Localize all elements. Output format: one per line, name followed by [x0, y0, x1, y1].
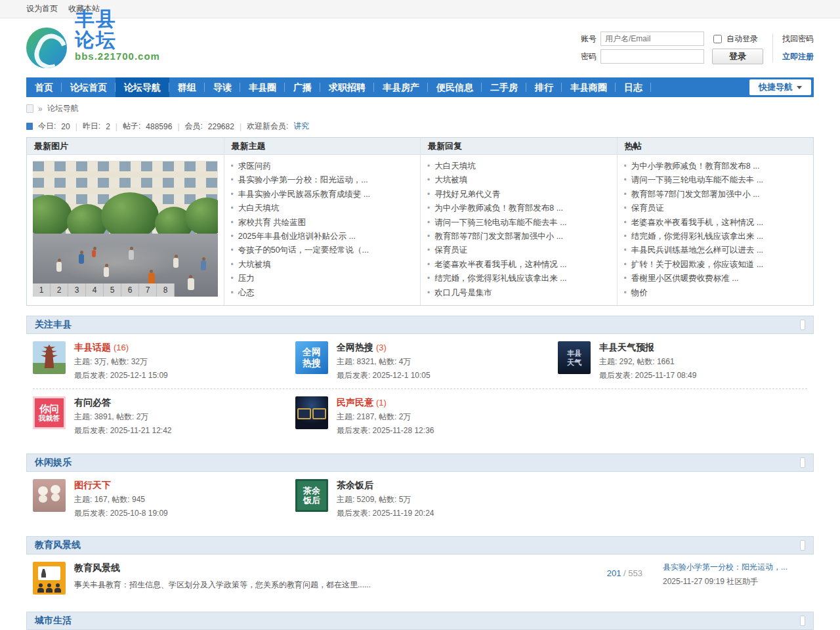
account-input[interactable] [600, 32, 704, 46]
breadcrumb-current[interactable]: 论坛导航 [47, 103, 79, 114]
nav-item-blogs[interactable]: 日志 [616, 77, 651, 97]
auto-login-checkbox[interactable] [713, 35, 722, 43]
nav-item-jobs[interactable]: 求职招聘 [320, 77, 374, 97]
image-pagination: 1 2 3 4 5 6 7 8 [33, 284, 175, 297]
forum-last-post: 最后发表: 2025-12-1 10:05 [337, 369, 430, 381]
latest-image-thumbnail[interactable]: 1 2 3 4 5 6 7 8 [33, 161, 218, 297]
topic-link[interactable]: 心态 [231, 286, 414, 300]
reply-link[interactable]: 大白天填坑 [427, 159, 610, 173]
hot-post-link[interactable]: 结完婚，你觉得彩礼钱应该拿出来 ... [624, 230, 807, 243]
nav-item-real-estate[interactable]: 丰县房产 [374, 77, 428, 97]
hot-post-link[interactable]: 老婆喜欢半夜看我手机，这种情况 ... [624, 216, 807, 230]
section-city-life: 城市生活 交通违章曝光台 主题: 88, 帖数: 1096 最后发表: 2025… [26, 612, 814, 630]
page-button-1[interactable]: 1 [33, 284, 51, 297]
icon-text: 全网 [303, 346, 321, 358]
topic-link[interactable]: 夸孩子的50句话，一定要经常说（... [231, 243, 414, 257]
nav-item-forum-nav[interactable]: 论坛导航 [116, 77, 169, 97]
page-button-2[interactable]: 2 [51, 284, 68, 297]
page-button-7[interactable]: 7 [139, 284, 157, 297]
nav-item-ranking[interactable]: 排行 [526, 77, 562, 97]
topic-link[interactable]: 求医问药 [231, 159, 414, 173]
reply-link[interactable]: 老婆喜欢半夜看我手机，这种情况 ... [427, 258, 610, 272]
reply-link[interactable]: 教育部等7部门发文部署加强中小 ... [427, 230, 610, 243]
hot-post-link[interactable]: 丰县民兵训练基地怎么样可以进去 ... [624, 243, 807, 257]
forum-title[interactable]: 全网热搜 [337, 342, 373, 352]
forum-title[interactable]: 有问必答 [74, 397, 111, 408]
topic-link[interactable]: 大坑被填 [231, 258, 414, 272]
forum-fengxian-topics[interactable]: 丰县话题(16) 主题: 3万, 帖数: 32万 最后发表: 2025-12-1… [26, 334, 289, 388]
nav-item-second-hand[interactable]: 二手房 [482, 77, 526, 97]
site-logo[interactable]: 丰县论坛 bbs.221700.com [26, 9, 123, 87]
hot-post-link[interactable]: 物价 [624, 286, 807, 300]
hot-post-link[interactable]: 为中小学教师减负！教育部发布8 ... [624, 159, 807, 173]
page-button-6[interactable]: 6 [121, 284, 139, 297]
post-count-value: 553 [628, 568, 642, 578]
nav-item-broadcast[interactable]: 广播 [285, 77, 320, 97]
topic-link[interactable]: 压力 [231, 272, 414, 285]
page-button-4[interactable]: 4 [86, 284, 104, 297]
topic-link[interactable]: 家校共育 共绘蓝图 [231, 216, 414, 230]
forum-title[interactable]: 茶余饭后 [337, 480, 373, 490]
last-post-link[interactable]: 县实验小学第一分校：阳光运动，... [663, 562, 807, 572]
forum-title[interactable]: 丰县天气预报 [599, 342, 654, 352]
collapse-toggle-icon[interactable] [800, 616, 805, 626]
reply-link[interactable]: 欢口几号是集市 [427, 286, 610, 300]
topic-link[interactable]: 县实验小学第一分校：阳光运动，... [231, 173, 414, 187]
hot-post-link[interactable]: 扩转！关于校园欺凌，你应该知道 ... [624, 258, 807, 272]
forum-title[interactable]: 民声民意 [337, 397, 373, 408]
page-button-3[interactable]: 3 [68, 284, 86, 297]
hot-post-link[interactable]: 香榭里小区供暖费收费标准 ... [624, 272, 807, 285]
reply-link[interactable]: 大坑被填 [427, 173, 610, 187]
hot-post-link[interactable]: 教育部等7部门发文部署加强中小 ... [624, 188, 807, 201]
forum-title[interactable]: 丰县话题 [74, 342, 111, 352]
find-password-link[interactable]: 找回密码 [782, 33, 814, 45]
forum-hot-search[interactable]: 全网 热搜 全网热搜(3) 主题: 8321, 帖数: 4万 最后发表: 202… [289, 334, 551, 388]
login-button[interactable]: 登录 [712, 49, 763, 64]
figure [104, 267, 109, 277]
topic-link[interactable]: 2025年丰县创业培训补贴公示 ... [231, 230, 414, 243]
newest-member-link[interactable]: 讲究 [293, 121, 309, 132]
forum-photo-world[interactable]: 图行天下 主题: 167, 帖数: 945 最后发表: 2025-10-8 19… [26, 472, 289, 526]
latest-images-title: 最新图片 [27, 138, 224, 155]
nav-item-home[interactable]: 首页 [26, 77, 62, 97]
reply-link[interactable]: 为中小学教师减负！教育部发布8 ... [427, 201, 610, 215]
nav-item-groups[interactable]: 群组 [169, 77, 205, 97]
today-label: 今日: [38, 121, 56, 132]
hot-posts-title: 热帖 [618, 138, 814, 155]
forum-tea-chat[interactable]: 茶余 饭后 茶余饭后 主题: 5209, 帖数: 5万 最后发表: 2025-1… [289, 472, 551, 526]
hot-post-link[interactable]: 保育员证 [624, 201, 807, 215]
section-title: 关注丰县 [35, 319, 72, 331]
forum-weather-forecast[interactable]: 丰县 天气 丰县天气预报 主题: 292, 帖数: 1661 最后发表: 202… [551, 334, 814, 388]
collapse-toggle-icon[interactable] [800, 540, 805, 551]
forum-home-icon[interactable] [26, 104, 33, 113]
topic-link[interactable]: 大白天填坑 [231, 201, 414, 215]
nav-item-business-circle[interactable]: 丰县商圈 [562, 77, 616, 97]
nav-item-convenience-info[interactable]: 便民信息 [428, 77, 482, 97]
section-title: 教育风景线 [35, 539, 81, 551]
public-voice-icon [295, 396, 328, 429]
today-value: 20 [61, 122, 70, 131]
divider: | [177, 122, 179, 131]
forum-title[interactable]: 图行天下 [74, 480, 111, 490]
forum-education[interactable]: 教育风景线 事关丰县教育：招生信息、学区划分及入学政策等，您关系的教育问题，都在… [26, 555, 814, 602]
nav-item-digest[interactable]: 导读 [205, 77, 240, 97]
collapse-toggle-icon[interactable] [800, 457, 805, 468]
topic-link[interactable]: 丰县实验小学民族器乐教育成绩斐 ... [231, 188, 414, 201]
page-button-8[interactable]: 8 [157, 284, 175, 297]
hot-post-link[interactable]: 请问一下骑三轮电动车能不能去丰 ... [624, 173, 807, 187]
nav-item-forum-home[interactable]: 论坛首页 [62, 77, 116, 97]
password-input[interactable] [600, 49, 704, 64]
register-link[interactable]: 立即注册 [782, 51, 814, 62]
forum-title[interactable]: 教育风景线 [74, 562, 120, 573]
reply-link[interactable]: 请问一下骑三轮电动车能不能去丰 ... [427, 216, 610, 230]
collapse-toggle-icon[interactable] [800, 320, 805, 330]
reply-link[interactable]: 结完婚，你觉得彩礼钱应该拿出来 ... [427, 272, 610, 285]
reply-link[interactable]: 寻找好兄弟代义青 [427, 188, 610, 201]
nav-item-fengxian-circle[interactable]: 丰县圈 [240, 77, 285, 97]
site-header: 丰县论坛 bbs.221700.com 账号 自动登录 密码 登录 [0, 18, 840, 77]
quick-nav-button[interactable]: 快捷导航 [749, 79, 811, 95]
forum-questions-answers[interactable]: 你问 我就答 有问必答 主题: 3891, 帖数: 2万 最后发表: 2025-… [26, 389, 289, 444]
forum-public-voice[interactable]: 民声民意(1) 主题: 2187, 帖数: 2万 最后发表: 2025-11-2… [289, 389, 551, 444]
reply-link[interactable]: 保育员证 [427, 243, 610, 257]
page-button-5[interactable]: 5 [104, 284, 121, 297]
